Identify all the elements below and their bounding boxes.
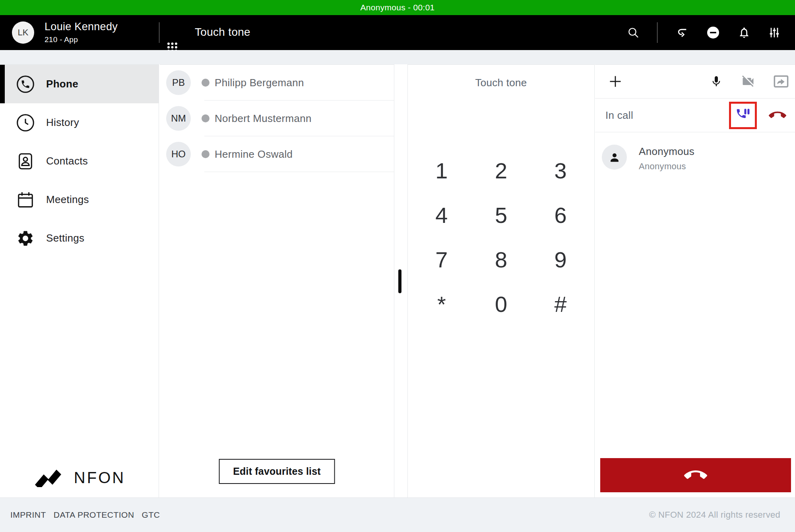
sliders-icon[interactable] xyxy=(768,26,781,39)
edit-favourites-button[interactable]: Edit favourites list xyxy=(219,459,335,484)
user-name: Louie Kennedy xyxy=(45,21,118,33)
hold-call-icon xyxy=(735,108,750,123)
avatar: HO xyxy=(166,142,191,166)
user-block: Louie Kennedy 210 - App xyxy=(45,21,118,44)
avatar: PB xyxy=(166,70,191,95)
contact-name: Anonymous xyxy=(639,145,694,158)
nfon-logo-text: NFON xyxy=(74,469,125,487)
contacts-icon xyxy=(16,152,35,170)
favourite-name: Hermine Oswald xyxy=(215,148,293,161)
dialpad-key-5[interactable]: 5 xyxy=(471,193,531,237)
history-icon xyxy=(16,114,35,132)
phone-icon xyxy=(16,75,35,93)
user-initials: LK xyxy=(18,27,29,38)
sidebar-item-meetings[interactable]: Meetings xyxy=(0,180,159,219)
dialpad-key-1[interactable]: 1 xyxy=(412,148,471,193)
favourite-name: Philipp Bergemann xyxy=(215,77,304,89)
call-panel: In call xyxy=(595,64,795,497)
call-status-label: In call xyxy=(605,109,633,122)
favourite-row[interactable]: HO Hermine Oswald xyxy=(160,136,394,172)
sidebar-item-settings[interactable]: Settings xyxy=(0,219,159,257)
favourite-initials: PB xyxy=(172,77,185,88)
active-call-label: Anonymous - 00:01 xyxy=(360,3,434,12)
hangup-button[interactable] xyxy=(600,458,791,492)
dialpad-key-hash[interactable]: # xyxy=(531,282,590,326)
bell-icon[interactable] xyxy=(738,26,750,39)
header-divider xyxy=(657,22,657,43)
contact-detail: Anonymous xyxy=(639,161,694,172)
do-not-disturb-icon[interactable] xyxy=(706,25,720,40)
footer: IMPRINT DATA PROTECTION GTC © NFON 2024 … xyxy=(0,497,795,532)
dialpad-key-9[interactable]: 9 xyxy=(531,237,590,282)
dialpad-key-2[interactable]: 2 xyxy=(471,148,531,193)
nfon-logo: NFON xyxy=(0,468,159,487)
sidebar-item-label: History xyxy=(46,116,79,129)
dialpad-key-4[interactable]: 4 xyxy=(412,193,471,237)
nfon-logo-mark xyxy=(33,468,68,487)
hangup-icon[interactable] xyxy=(769,106,786,124)
sidebar-item-contacts[interactable]: Contacts xyxy=(0,142,159,180)
header-divider xyxy=(159,22,159,43)
call-forward-icon[interactable] xyxy=(675,26,688,39)
person-icon xyxy=(608,151,621,164)
footer-link-imprint[interactable]: IMPRINT xyxy=(10,510,46,520)
sidebar-item-label: Contacts xyxy=(46,155,88,167)
sidebar-item-label: Settings xyxy=(46,232,84,244)
dialpad-key-6[interactable]: 6 xyxy=(531,193,590,237)
call-status-row: In call xyxy=(595,99,795,132)
dialpad-key-8[interactable]: 8 xyxy=(471,237,531,282)
avatar: NM xyxy=(166,106,191,131)
header: LK Louie Kennedy 210 - App Touch tone xyxy=(0,15,795,50)
calendar-icon xyxy=(16,191,35,209)
footer-copyright: © NFON 2024 All rights reserved xyxy=(649,510,780,520)
dialpad-panel: Touch tone 1 2 3 4 5 6 7 8 9 * 0 # xyxy=(407,64,595,497)
contact-text: Anonymous Anonymous xyxy=(639,145,694,172)
microphone-icon[interactable] xyxy=(710,75,723,88)
page-title: Touch tone xyxy=(195,26,250,39)
user-avatar[interactable]: LK xyxy=(12,21,34,44)
plus-icon[interactable] xyxy=(608,74,622,89)
gear-icon xyxy=(16,229,35,248)
camera-off-icon[interactable] xyxy=(741,74,755,89)
hangup-icon xyxy=(684,464,707,487)
favourite-row[interactable]: PB Philipp Bergemann xyxy=(160,65,394,101)
favourite-initials: NM xyxy=(171,113,186,124)
sidebar-item-label: Phone xyxy=(46,78,78,90)
dialpad-key-7[interactable]: 7 xyxy=(412,237,471,282)
panel-resize-handle[interactable] xyxy=(398,269,401,293)
content-top-band xyxy=(0,50,795,64)
header-actions xyxy=(627,15,795,50)
sidebar: Phone History Contacts xyxy=(0,64,159,497)
favourite-name: Norbert Mustermann xyxy=(215,112,312,125)
dialpad-title: Touch tone xyxy=(408,77,594,89)
sidebar-item-history[interactable]: History xyxy=(0,103,159,142)
presence-dot xyxy=(202,79,209,87)
contact-avatar xyxy=(602,145,627,170)
footer-link-data-protection[interactable]: DATA PROTECTION xyxy=(54,510,134,520)
search-icon[interactable] xyxy=(627,26,640,39)
dialpad-key-star[interactable]: * xyxy=(412,282,471,326)
dialpad-key-3[interactable]: 3 xyxy=(531,148,590,193)
sidebar-item-label: Meetings xyxy=(46,193,89,206)
hold-call-button[interactable] xyxy=(729,102,757,129)
sidebar-item-phone[interactable]: Phone xyxy=(0,65,159,103)
app-window: Anonymous - 00:01 LK Louie Kennedy 210 -… xyxy=(0,0,795,532)
favourites-panel: PB Philipp Bergemann NM Norbert Musterma… xyxy=(160,64,394,497)
dialpad-grid: 1 2 3 4 5 6 7 8 9 * 0 # xyxy=(412,148,590,326)
dialpad-key-0[interactable]: 0 xyxy=(471,282,531,326)
screen-share-icon[interactable] xyxy=(774,75,789,88)
presence-dot xyxy=(202,114,209,122)
user-extension: 210 - App xyxy=(45,35,118,44)
call-contact-row[interactable]: Anonymous Anonymous xyxy=(595,132,795,172)
active-call-banner[interactable]: Anonymous - 00:01 xyxy=(0,0,795,15)
favourite-row[interactable]: NM Norbert Mustermann xyxy=(160,101,394,136)
presence-dot xyxy=(202,150,209,158)
call-actions-row xyxy=(595,65,795,99)
footer-link-gtc[interactable]: GTC xyxy=(142,510,160,520)
favourite-initials: HO xyxy=(171,149,186,160)
